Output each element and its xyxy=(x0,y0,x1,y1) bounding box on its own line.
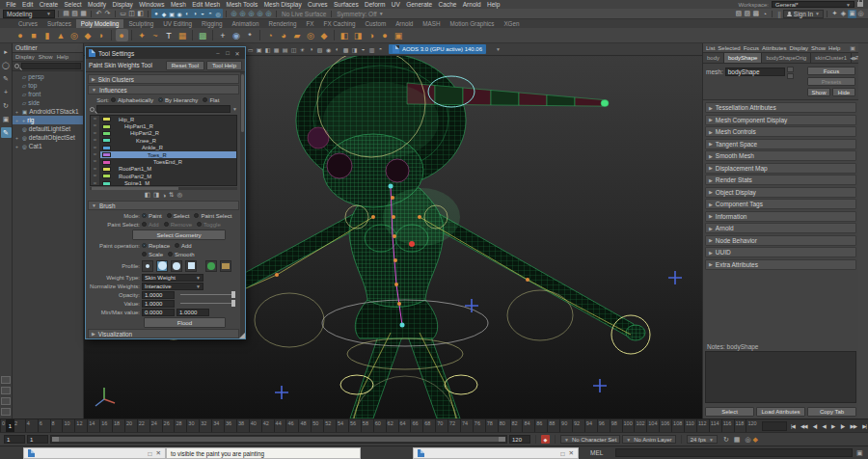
current-time-field[interactable] xyxy=(762,421,787,431)
layout-button-1[interactable] xyxy=(1,387,11,394)
shelf-icon-8[interactable]: ● xyxy=(116,29,128,41)
ae-menu-show[interactable]: Show xyxy=(811,45,826,51)
maximize-icon[interactable]: □ xyxy=(149,450,152,457)
command-line-input[interactable] xyxy=(615,448,853,457)
timeline-frame-72[interactable]: 72 xyxy=(448,419,460,432)
current-frame-marker[interactable]: 1 xyxy=(6,419,14,432)
selection-mask-icon-4[interactable]: ◐ xyxy=(183,10,191,18)
tool-icon-4[interactable]: ↻ xyxy=(1,100,12,111)
shelf-icon-0[interactable]: ● xyxy=(14,29,27,41)
snap-icon-2[interactable]: ◎ xyxy=(247,10,256,18)
viewport-toolbar-icon-10[interactable]: ◐ xyxy=(333,45,341,54)
menu-modify[interactable]: Modify xyxy=(85,0,110,9)
menu-help[interactable]: Help xyxy=(484,0,503,9)
set-key-icon[interactable]: ◆ xyxy=(541,435,550,444)
outliner-menu-help[interactable]: Help xyxy=(57,54,68,60)
shelf-icon-22[interactable]: ◕ xyxy=(278,29,290,41)
normalize-weights-dropdown[interactable]: Interactive ▼ xyxy=(142,283,203,290)
shelf-icon-31[interactable]: ▣ xyxy=(393,29,405,41)
menu-generate[interactable]: Generate xyxy=(403,0,435,9)
value-field[interactable]: 1.0000 xyxy=(142,300,175,308)
menu-display[interactable]: Display xyxy=(109,0,136,9)
animation-start-field[interactable]: 1 xyxy=(4,435,25,444)
file-icon-0[interactable]: ▤ xyxy=(62,10,70,18)
timeline-frame-118[interactable]: 118 xyxy=(734,419,746,432)
timeline-frame-24[interactable]: 24 xyxy=(149,419,162,432)
select-geometry-button[interactable]: Select Geometry xyxy=(132,230,226,240)
viewport-toolbar-icon-13[interactable]: ◒ xyxy=(359,45,367,54)
focus-button[interactable]: Focus xyxy=(807,67,855,75)
expand-icon[interactable]: + xyxy=(15,135,20,141)
menu-cache[interactable]: Cache xyxy=(435,0,459,9)
time-slider[interactable]: 0246810121416182022242628303234363840424… xyxy=(0,418,868,432)
timeline-frame-96[interactable]: 96 xyxy=(597,419,610,432)
playback-button-0[interactable]: |◀ xyxy=(791,423,795,429)
sidebar-toggle-icon-3[interactable]: ◎ xyxy=(856,10,865,18)
menu-uv[interactable]: UV xyxy=(389,0,403,9)
shelf-tab-uv-editing[interactable]: UV Editing xyxy=(158,19,197,28)
sign-in-dropdown[interactable]: Sign In ▼ xyxy=(783,10,824,18)
timeline-frame-26[interactable]: 26 xyxy=(162,419,175,432)
influence-row-knee-r[interactable]: wKnee_R xyxy=(91,137,236,144)
mesh-name-field[interactable]: bodyShape xyxy=(725,68,785,76)
timeline-frame-36[interactable]: 36 xyxy=(224,419,236,432)
timeline-frame-116[interactable]: 116 xyxy=(721,419,734,432)
shelf-icon-29[interactable]: ◑ xyxy=(366,29,378,41)
timeline-frame-22[interactable]: 22 xyxy=(137,419,149,432)
snap-icon-4[interactable]: ◎ xyxy=(264,10,273,18)
timeline-frame-112[interactable]: 112 xyxy=(696,419,709,432)
timeline-frame-78[interactable]: 78 xyxy=(485,419,498,432)
timeline-frame-10[interactable]: 10 xyxy=(62,419,74,432)
influence-tool-icon-0[interactable]: ◧ xyxy=(145,191,150,199)
timeline-frame-42[interactable]: 42 xyxy=(261,419,274,432)
tool-settings-window[interactable]: Tool Settings –□✕ Paint Skin Weights Too… xyxy=(85,46,246,339)
weight-type-dropdown[interactable]: Skin Weight ▼ xyxy=(142,274,203,282)
shelf-icon-15[interactable]: ▩ xyxy=(197,29,209,41)
influence-row-rootpart2-m[interactable]: wRootPart2_M xyxy=(91,173,236,179)
timeline-frame-56[interactable]: 56 xyxy=(348,419,361,432)
ae-section-object-display[interactable]: ▶Object Display xyxy=(705,187,856,198)
playback-button-6[interactable]: ▶▶ xyxy=(851,423,856,429)
ae-tab-bodyshapeorig[interactable]: bodyShapeOrig xyxy=(762,53,811,63)
tool-help-button[interactable]: Tool Help xyxy=(206,61,242,70)
timeline-frame-44[interactable]: 44 xyxy=(274,419,286,432)
layout-button-3[interactable] xyxy=(1,408,11,416)
timeline-ruler[interactable]: 0246810121416182022242628303234363840424… xyxy=(0,419,758,432)
viewport-toolbar-icon-14[interactable]: ▥ xyxy=(367,45,376,54)
timeline-frame-34[interactable]: 34 xyxy=(211,419,224,432)
render-icon-1[interactable]: ▨ xyxy=(743,10,751,18)
influence-toggle[interactable]: w xyxy=(91,145,100,151)
timeline-frame-32[interactable]: 32 xyxy=(199,419,211,432)
tool-icon-3[interactable]: + xyxy=(1,87,12,97)
menu-edit[interactable]: Edit xyxy=(19,0,37,9)
outliner-item-front[interactable]: ▱front xyxy=(13,90,83,98)
timeline-frame-58[interactable]: 58 xyxy=(361,419,373,432)
influence-toggle[interactable]: w xyxy=(91,122,100,129)
shelf-tab-mash[interactable]: MASH xyxy=(418,19,445,28)
timeline-frame-88[interactable]: 88 xyxy=(547,419,559,432)
timeline-frame-86[interactable]: 86 xyxy=(534,419,547,432)
shelf-icon-19[interactable]: * xyxy=(244,29,257,41)
ae-section-displacement-map[interactable]: ▶Displacement Map xyxy=(705,163,856,174)
menu-file[interactable]: File xyxy=(3,0,19,9)
shelf-icon-27[interactable]: ◧ xyxy=(339,29,351,41)
section-brush[interactable]: ▼ Brush xyxy=(88,201,239,210)
timeline-frame-14[interactable]: 14 xyxy=(87,419,99,432)
timeline-frame-62[interactable]: 62 xyxy=(386,419,398,432)
shelf-tab-arnold[interactable]: Arnold xyxy=(391,19,418,28)
menu-mesh-display[interactable]: Mesh Display xyxy=(260,0,304,9)
timeline-frame-8[interactable]: 8 xyxy=(50,419,63,432)
outliner-item-rig[interactable]: ++rig xyxy=(13,116,83,124)
timeline-frame-64[interactable]: 64 xyxy=(398,419,411,432)
influence-toggle[interactable]: w xyxy=(91,173,100,179)
influence-toggle[interactable]: w xyxy=(91,137,100,144)
viewport-toolbar-icon-12[interactable]: ◨ xyxy=(350,45,359,54)
minimized-window-1[interactable]: □ ✕ xyxy=(23,447,166,459)
viewport-toolbar-icon-8[interactable]: ▧ xyxy=(315,45,324,54)
outliner-item-side[interactable]: ▱side xyxy=(13,98,83,107)
menu-windows[interactable]: Windows xyxy=(136,0,168,9)
viewport-toolbar-icon-7[interactable]: ◑ xyxy=(307,45,315,54)
menu-arnold[interactable]: Arnold xyxy=(460,0,484,9)
timeline-frame-50[interactable]: 50 xyxy=(311,419,323,432)
timeline-frame-18[interactable]: 18 xyxy=(112,419,124,432)
